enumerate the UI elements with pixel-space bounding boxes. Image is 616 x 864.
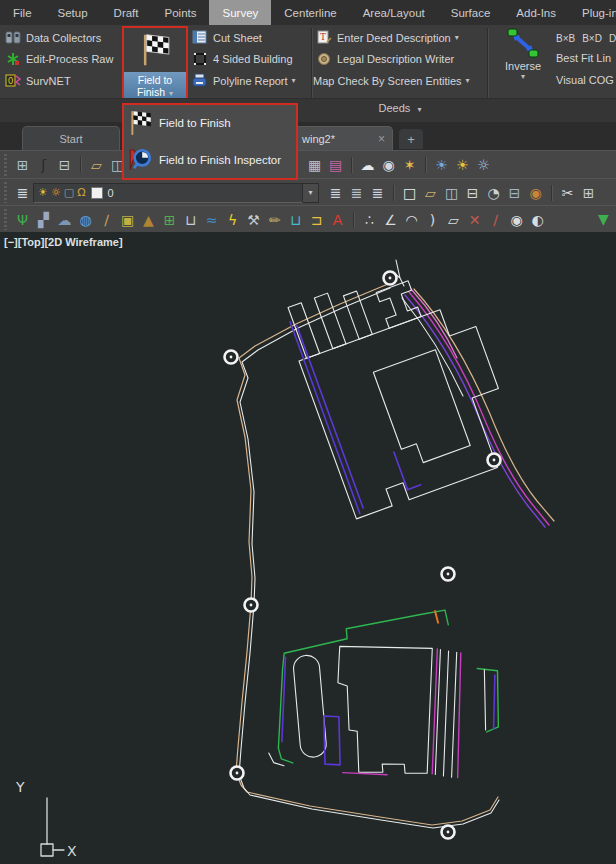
data-collectors-button[interactable]: Data Collectors xyxy=(5,30,119,45)
filter-icon[interactable]: ▼ xyxy=(593,208,614,230)
hook-tool-icon[interactable]: ʃ xyxy=(33,154,54,176)
gradient-icon[interactable]: ▤ xyxy=(325,154,346,176)
print-icon[interactable]: ⊟ xyxy=(462,182,483,204)
close-tab-icon[interactable]: × xyxy=(371,132,392,146)
open-file-icon[interactable]: ▱ xyxy=(420,182,441,204)
sphere-icon[interactable]: ◐ xyxy=(527,209,548,231)
shape-icon[interactable]: ▱ xyxy=(443,209,464,231)
road-icon[interactable]: ▞ xyxy=(33,209,54,231)
drill-rig-icon[interactable]: A xyxy=(327,209,348,231)
flyout-field-to-finish[interactable]: Field to Finish xyxy=(124,105,296,141)
stockpile-icon[interactable]: ▲ xyxy=(138,209,159,231)
spiral-icon[interactable]: ) xyxy=(422,209,443,231)
eplot-icon[interactable]: ⊟ xyxy=(504,182,525,204)
model-space[interactable]: [−][Top][2D Wireframe] xyxy=(0,232,616,864)
lightning-icon[interactable]: ϟ xyxy=(222,209,243,231)
visual-cogo-button[interactable]: Visual COG xyxy=(556,74,616,89)
mine-cart-icon[interactable]: ⊔ xyxy=(285,209,306,231)
layer-combobox-caret[interactable]: ▾ xyxy=(303,183,319,203)
print-preview-icon[interactable]: ◔ xyxy=(483,182,504,204)
layer-previous-icon[interactable]: ≣ xyxy=(346,182,367,204)
open-drawing-icon[interactable]: ▱ xyxy=(86,154,107,176)
menu-plug-ins[interactable]: Plug-ins xyxy=(569,0,616,25)
best-fit-line-button[interactable]: Best Fit Lin xyxy=(556,52,616,67)
toolbar-grip[interactable] xyxy=(2,182,9,204)
tab-start[interactable]: Start xyxy=(22,126,120,150)
intersect-bd-icon[interactable]: B×D xyxy=(582,33,602,44)
tools-icon[interactable]: ⚒ xyxy=(243,209,264,231)
layer-properties-icon[interactable]: ≣ xyxy=(12,182,33,204)
xref-attach-icon[interactable]: ⊞ xyxy=(12,154,33,176)
menu-add-ins[interactable]: Add-Ins xyxy=(503,0,569,25)
field-to-finish-splitbutton[interactable]: Field to Finish▾ xyxy=(122,26,188,103)
polyline-report-button[interactable]: Polyline Report ▾ xyxy=(192,73,310,88)
screen-copy-icon[interactable]: ⊞ xyxy=(159,209,180,231)
new-tab-button[interactable]: + xyxy=(399,129,423,149)
tub-icon[interactable]: ⊔ xyxy=(180,209,201,231)
cut-sheet-button[interactable]: Cut Sheet xyxy=(192,30,310,45)
polyline-icon[interactable]: ∠ xyxy=(380,209,401,231)
toolbar-grip[interactable] xyxy=(2,209,9,231)
circle-snap-icon[interactable]: ◉ xyxy=(506,209,527,231)
storm-cloud-icon[interactable]: ☁ xyxy=(54,209,75,231)
survnet-button[interactable]: 0 SurvNET xyxy=(5,73,119,88)
map-check-button[interactable]: Map Check By Screen Entities ▾ xyxy=(313,73,486,88)
viewport-visual-style-control[interactable]: [2D Wireframe] xyxy=(44,236,122,248)
ucs-icon[interactable]: Y X xyxy=(15,779,77,859)
toolbar-grip[interactable] xyxy=(2,154,9,176)
menu-setup[interactable]: Setup xyxy=(45,0,101,25)
menu-survey[interactable]: Survey xyxy=(209,0,271,25)
layer-freeze-bulb-icon[interactable]: ☼ xyxy=(473,154,494,176)
layer-isolate-icon[interactable]: ☀ xyxy=(431,154,452,176)
point-marker-icon[interactable]: ∴ xyxy=(359,209,380,231)
viewport-view-control[interactable]: [Top] xyxy=(18,236,45,248)
menu-area-layout[interactable]: Area/Layout xyxy=(350,0,438,25)
eye-icon[interactable]: ◉ xyxy=(378,154,399,176)
layer-thaw-icon: ☼ xyxy=(51,185,61,201)
landscape-icon[interactable]: ≈ xyxy=(201,209,222,231)
tab-drawing2[interactable]: wing2* × xyxy=(298,126,393,150)
arc-icon[interactable]: ◠ xyxy=(401,209,422,231)
pan-cloud-icon[interactable]: ☁ xyxy=(357,154,378,176)
menu-centerline[interactable]: Centerline xyxy=(271,0,349,25)
erase-icon[interactable]: ✕ xyxy=(464,209,485,231)
break-line-icon[interactable]: ∕ xyxy=(485,209,506,231)
legal-description-writer-label: Legal Description Writer xyxy=(337,53,454,65)
layer-match-icon[interactable]: ≣ xyxy=(367,182,388,204)
four-sided-building-button[interactable]: 4 Sided Building xyxy=(192,52,310,67)
edit-process-raw-label: Edit-Process Raw xyxy=(26,53,113,65)
flyout-field-to-finish-inspector[interactable]: Field to Finish Inspector xyxy=(124,142,296,178)
menu-file[interactable]: File xyxy=(0,0,45,25)
save-file-icon[interactable]: ◫ xyxy=(441,182,462,204)
legal-description-writer-button[interactable]: Legal Description Writer xyxy=(316,52,486,67)
layer-combobox[interactable]: ☀☼▢Ω 0 xyxy=(33,183,303,203)
image-icon[interactable]: ▦ xyxy=(304,154,325,176)
ribbon-panel-survey-tools: Cut Sheet 4 Sided Building Polyline Repo… xyxy=(192,30,310,95)
menu-draft[interactable]: Draft xyxy=(101,0,152,25)
cut-icon[interactable]: ✂ xyxy=(557,182,578,204)
inverse-button[interactable]: Inverse ▾ xyxy=(494,28,552,81)
enter-deed-description-button[interactable]: T Enter Deed Description ▾ xyxy=(316,30,486,45)
globe-search-icon[interactable]: ◍ xyxy=(75,209,96,231)
dump-truck-icon[interactable]: ⊐ xyxy=(306,209,327,231)
intersect-db-icon[interactable]: D×B xyxy=(609,33,616,44)
viewport-minimize-control[interactable]: [−] xyxy=(4,236,18,248)
folder-export-icon[interactable]: ⊟ xyxy=(54,154,75,176)
layer-states-icon[interactable]: ≣ xyxy=(325,182,346,204)
total-station-icon[interactable]: Ψ xyxy=(12,209,33,231)
deeds-panel-title[interactable]: Deeds ▾ xyxy=(313,102,487,114)
menu-points[interactable]: Points xyxy=(152,0,210,25)
pick-tool-icon[interactable]: ∕ xyxy=(96,209,117,231)
pencil-slope-icon[interactable]: ✏ xyxy=(264,209,285,231)
current-layer-name: 0 xyxy=(108,187,114,199)
publish-icon[interactable]: ◉ xyxy=(525,182,546,204)
camera-icon[interactable]: ▣ xyxy=(117,209,138,231)
copy-icon[interactable]: ⊞ xyxy=(578,182,599,204)
intersect-bb-icon[interactable]: B×B xyxy=(556,33,575,44)
layer-on-bulb-icon[interactable]: ☀ xyxy=(452,154,473,176)
edit-process-raw-button[interactable]: Edit-Process Raw xyxy=(5,52,119,67)
wand-cursor-icon[interactable]: ✶ xyxy=(399,154,420,176)
chevron-down-icon: ▾ xyxy=(292,76,296,85)
new-file-icon[interactable]: □ xyxy=(399,182,420,204)
menu-surface[interactable]: Surface xyxy=(438,0,504,25)
